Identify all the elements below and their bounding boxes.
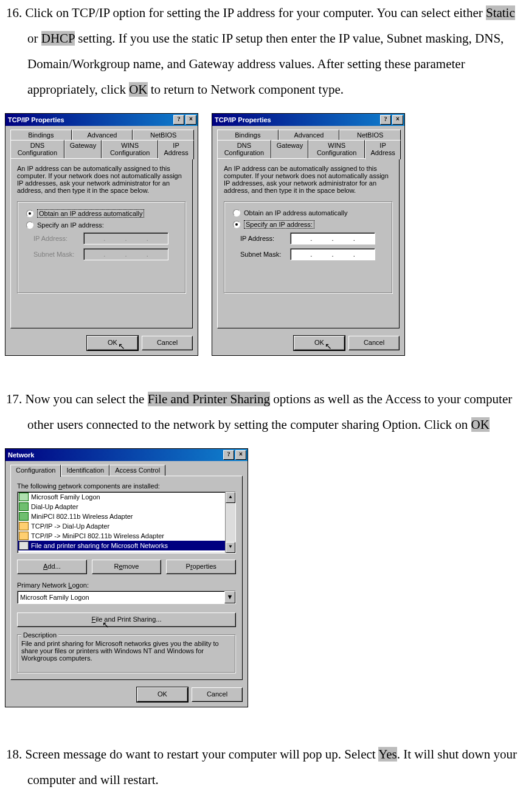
- tab-ipaddress[interactable]: IP Address: [365, 140, 401, 159]
- radio-obtain-icon[interactable]: [233, 209, 240, 217]
- proto-icon: [19, 522, 29, 530]
- primary-logon-combo[interactable]: Microsoft Family Logon ▼: [17, 591, 236, 604]
- list-item[interactable]: MiniPCI 802.11b Wireless Adapter: [18, 512, 225, 521]
- radio-specify-icon[interactable]: [26, 221, 33, 229]
- tab-netbios[interactable]: NetBIOS: [339, 130, 401, 141]
- remove-button[interactable]: Remove: [92, 560, 162, 574]
- tab-page-ip: An IP address can be automatically assig…: [10, 158, 193, 328]
- radio-obtain-icon[interactable]: [26, 210, 33, 217]
- ok-button[interactable]: OK: [137, 687, 188, 702]
- radio-specify-row[interactable]: Specify an IP address:: [233, 220, 387, 229]
- list-item-label: Dial-Up Adapter: [31, 503, 78, 510]
- ip-info-text: An IP address can be automatically assig…: [17, 165, 186, 194]
- tab-advanced[interactable]: Advanced: [72, 130, 133, 141]
- list-item[interactable]: TCP/IP -> Dial-Up Adapter: [18, 521, 225, 531]
- properties-button[interactable]: Properties: [166, 560, 236, 574]
- radio-obtain-row[interactable]: Obtain an IP address automatically: [233, 209, 387, 217]
- dialog-titlebar[interactable]: TCP/IP Properties ? ×: [5, 114, 198, 126]
- dialog-title: TCP/IP Properties: [215, 116, 379, 123]
- description-text: File and print sharing for Microsoft net…: [21, 640, 232, 662]
- close-button[interactable]: ×: [185, 115, 196, 125]
- help-button[interactable]: ?: [380, 115, 391, 125]
- step16-number: 16.: [6, 5, 22, 20]
- configuration-page: The following network components are ins…: [10, 476, 243, 680]
- tab-identification[interactable]: Identification: [61, 465, 109, 476]
- description-title: Description: [21, 631, 58, 639]
- radio-specify-icon[interactable]: [233, 221, 240, 228]
- tab-ipaddress[interactable]: IP Address: [158, 140, 194, 159]
- help-button[interactable]: ?: [173, 115, 184, 125]
- tab-dns[interactable]: DNS Configuration: [10, 140, 64, 158]
- scroll-down-button[interactable]: ▼: [226, 542, 235, 553]
- cancel-button[interactable]: Cancel: [142, 336, 193, 350]
- tab-page-ip: An IP address can be automatically assig…: [217, 158, 400, 328]
- radio-specify-label: Specify an IP address:: [244, 220, 314, 229]
- tab-dns[interactable]: DNS Configuration: [217, 140, 271, 158]
- dialog-titlebar[interactable]: Network ? ×: [5, 449, 248, 461]
- list-item[interactable]: Microsoft Family Logon: [18, 492, 225, 502]
- scroll-up-button[interactable]: ▲: [226, 492, 235, 503]
- ok-button[interactable]: OK ↖: [294, 336, 345, 350]
- cancel-button[interactable]: Cancel: [348, 336, 400, 350]
- description-groupbox: Description File and print sharing for M…: [17, 634, 236, 673]
- ip-groupbox: Obtain an IP address automatically Speci…: [17, 201, 186, 294]
- tab-advanced[interactable]: Advanced: [279, 130, 340, 141]
- help-button[interactable]: ?: [223, 450, 234, 460]
- hl-ok-17: OK: [471, 417, 490, 432]
- service-icon: [19, 541, 29, 550]
- file-print-sharing-button[interactable]: File and Print Sharing...: [17, 612, 236, 627]
- adapter-icon: [19, 512, 29, 521]
- tab-gateway[interactable]: Gateway: [271, 140, 308, 158]
- tab-bindings[interactable]: Bindings: [217, 130, 279, 141]
- ip-info-text: An IP address can be automatically assig…: [224, 165, 393, 194]
- list-item-label: Microsoft Family Logon: [31, 493, 100, 501]
- client-icon: [19, 493, 29, 501]
- ok-button[interactable]: OK ↖: [87, 336, 138, 350]
- close-button[interactable]: ×: [392, 115, 403, 125]
- tcpip-dialog-specify: TCP/IP Properties ? × Bindings Advanced …: [212, 113, 405, 356]
- ip-address-input: . . .: [83, 232, 168, 245]
- cursor-icon: ↖: [118, 340, 125, 352]
- cursor-icon: ↖: [325, 340, 332, 352]
- subnet-mask-input[interactable]: . . .: [290, 248, 375, 260]
- list-item-label: File and printer sharing for Microsoft N…: [31, 542, 168, 549]
- figure-row-tcpip: TCP/IP Properties ? × Bindings Advanced …: [5, 113, 523, 356]
- tab-wins[interactable]: WINS Configuration: [308, 140, 365, 158]
- tab-gateway[interactable]: Gateway: [64, 140, 102, 158]
- subnet-mask-input: . . .: [83, 248, 168, 260]
- tcpip-dialog-obtain: TCP/IP Properties ? × Bindings Advanced …: [5, 113, 198, 356]
- list-item[interactable]: File and printer sharing for Microsoft N…: [18, 541, 225, 550]
- step16-paragraph: 16. Click on TCP/IP option for setting t…: [6, 0, 517, 102]
- radio-obtain-label: Obtain an IP address automatically: [244, 209, 347, 217]
- radio-specify-row[interactable]: Specify an IP address:: [26, 221, 181, 229]
- subnet-mask-label: Subnet Mask:: [33, 251, 83, 258]
- cancel-button[interactable]: Cancel: [192, 687, 243, 702]
- radio-obtain-row[interactable]: Obtain an IP address automatically: [26, 209, 181, 218]
- dialog-title: Network: [8, 451, 222, 459]
- tab-netbios[interactable]: NetBIOS: [133, 130, 194, 141]
- tab-access-control[interactable]: Access Control: [109, 465, 165, 476]
- list-scrollbar[interactable]: ▲ ▼: [225, 492, 235, 553]
- proto-icon: [19, 532, 29, 540]
- components-label: The following network components are ins…: [17, 482, 236, 490]
- step17-paragraph: 17. Now you can select the File and Prin…: [6, 386, 517, 437]
- tab-configuration[interactable]: Configuration: [10, 465, 61, 477]
- dialog-titlebar[interactable]: TCP/IP Properties ? ×: [212, 114, 404, 126]
- components-listbox[interactable]: Microsoft Family LogonDial-Up AdapterMin…: [17, 491, 236, 553]
- ip-address-label: IP Address:: [240, 235, 290, 242]
- tab-bindings[interactable]: Bindings: [10, 130, 72, 141]
- cursor-icon: ↖: [102, 620, 109, 630]
- list-item[interactable]: TCP/IP -> MiniPCI 802.11b Wireless Adapt…: [18, 531, 225, 541]
- radio-obtain-label: Obtain an IP address automatically: [37, 209, 144, 218]
- dialog-title: TCP/IP Properties: [8, 116, 172, 123]
- combo-arrow-icon[interactable]: ▼: [224, 591, 235, 603]
- step18-number: 18.: [6, 747, 22, 762]
- hl-dhcp: DHCP: [41, 31, 75, 46]
- add-button[interactable]: Add...: [17, 560, 87, 574]
- list-item[interactable]: Dial-Up Adapter: [18, 502, 225, 512]
- ip-address-input[interactable]: . . .: [290, 232, 375, 245]
- list-item-label: TCP/IP -> MiniPCI 802.11b Wireless Adapt…: [31, 532, 164, 540]
- close-button[interactable]: ×: [235, 450, 246, 460]
- hl-yes: Yes: [378, 747, 397, 762]
- tab-wins[interactable]: WINS Configuration: [102, 140, 158, 158]
